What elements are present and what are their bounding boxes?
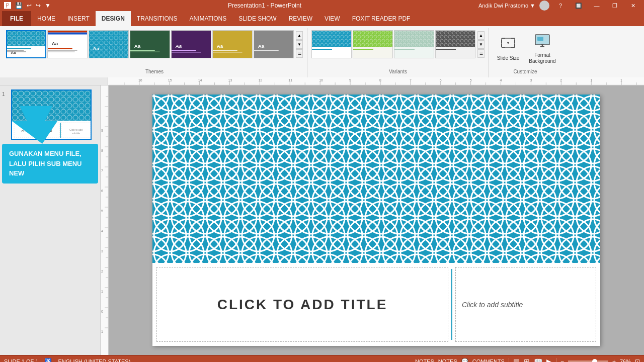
annotation-overlay: GUNAKAN MENU FILE, LALU PILIH SUB MENU N…: [2, 144, 98, 184]
variant-thumb-2[interactable]: [353, 30, 393, 58]
zoom-out-button[interactable]: −: [560, 358, 564, 363]
slide-canvas[interactable]: CLICK TO ADD TITLE Click to add subtitle: [152, 95, 600, 346]
theme-thumb-2[interactable]: Aa: [47, 30, 88, 58]
tab-animations[interactable]: ANIMATIONS: [183, 11, 232, 26]
format-background-button[interactable]: Format Background: [527, 30, 557, 67]
variant-thumb-1[interactable]: [311, 30, 352, 58]
svg-text:3: 3: [530, 78, 532, 82]
theme-thumb-1[interactable]: Aa: [6, 30, 46, 58]
themes-scroll-down[interactable]: ▼: [296, 40, 303, 49]
annotation-arrow: [12, 106, 101, 146]
variants-scroll-up[interactable]: ▲: [477, 31, 485, 40]
fit-button[interactable]: ⊡: [635, 358, 640, 363]
help-button[interactable]: ?: [553, 1, 568, 10]
reading-view-button[interactable]: 📖: [534, 357, 542, 363]
themes-scroll-up[interactable]: ▲: [296, 31, 303, 40]
svg-text:0: 0: [101, 310, 103, 313]
svg-rect-29: [213, 50, 237, 51]
comments-label-text[interactable]: COMMENTS: [472, 358, 505, 363]
quick-access-undo[interactable]: ↩: [27, 2, 32, 9]
svg-rect-41: [353, 31, 393, 47]
notes-label-text[interactable]: NOTES: [438, 358, 457, 363]
title-placeholder[interactable]: CLICK TO ADD TITLE: [156, 267, 448, 342]
svg-rect-13: [48, 50, 77, 51]
tab-slideshow[interactable]: SLIDE SHOW: [232, 11, 282, 26]
quick-access-redo[interactable]: ↪: [36, 2, 41, 9]
svg-rect-14: [48, 52, 75, 52]
svg-text:Aa: Aa: [175, 43, 182, 49]
svg-rect-51: [436, 31, 475, 47]
ribbon-display-button[interactable]: 🔲: [572, 1, 586, 10]
close-button[interactable]: ✕: [626, 1, 640, 10]
theme-thumb-5[interactable]: Aa: [171, 30, 211, 58]
accessibility-icon[interactable]: ♿: [44, 358, 52, 363]
zoom-level[interactable]: 76%: [620, 358, 631, 363]
comments-icon[interactable]: 💬: [461, 358, 468, 362]
svg-text:Aa: Aa: [93, 46, 100, 51]
quick-access-save[interactable]: 💾: [15, 2, 23, 9]
slide-number-1: 1: [2, 89, 9, 97]
theme-thumb-7[interactable]: Aa: [254, 30, 294, 58]
svg-text:▼: ▼: [507, 41, 510, 45]
slide-top-section: [152, 95, 600, 263]
slideshow-button[interactable]: ▶: [546, 357, 552, 363]
svg-text:11: 11: [288, 78, 292, 82]
theme-thumb-3[interactable]: Aa: [89, 30, 129, 58]
normal-view-button[interactable]: ▦: [513, 357, 520, 363]
svg-text:16: 16: [138, 78, 142, 82]
svg-text:4: 4: [101, 229, 103, 233]
tab-foxit[interactable]: FOXIT READER PDF: [346, 11, 417, 26]
tab-review[interactable]: REVIEW: [283, 11, 318, 26]
variants-scroll-down[interactable]: ▼: [477, 40, 485, 49]
svg-text:15: 15: [168, 78, 172, 82]
svg-rect-53: [436, 49, 456, 50]
restore-button[interactable]: ❐: [608, 1, 622, 10]
slide-sorter-button[interactable]: ⊞: [524, 357, 530, 363]
status-bar: SLIDE 1 OF 1 ♿ ENGLISH (UNITED STATES) N…: [0, 355, 644, 362]
svg-text:14: 14: [198, 78, 202, 82]
tab-file[interactable]: FILE: [2, 11, 31, 26]
slide-panel: 1 CLICK TO ADD TITLE Click to add: [0, 85, 101, 355]
subtitle-placeholder-text: Click to add subtitle: [462, 301, 523, 309]
svg-rect-43: [353, 49, 373, 50]
svg-rect-36: [312, 31, 352, 47]
variant-thumb-3[interactable]: [394, 30, 434, 58]
svg-marker-135: [12, 106, 57, 144]
annotation-text-box: GUNAKAN MENU FILE, LALU PILIH SUB MENU N…: [2, 144, 98, 184]
tab-design[interactable]: DESIGN: [96, 11, 131, 26]
svg-text:13: 13: [228, 78, 232, 82]
tab-view[interactable]: VIEW: [318, 11, 346, 26]
ribbon-tabs: FILE HOME INSERT DESIGN TRANSITIONS ANIM…: [0, 11, 644, 26]
quick-access-more[interactable]: ▼: [45, 2, 51, 9]
svg-rect-37: [312, 47, 352, 58]
svg-rect-6: [7, 50, 24, 50]
svg-rect-46: [394, 31, 434, 47]
slide-info: SLIDE 1 OF 1: [4, 358, 38, 363]
svg-rect-70: [109, 77, 644, 85]
svg-text:12: 12: [258, 78, 262, 82]
statusbar-divider: [509, 358, 509, 363]
minimize-button[interactable]: —: [590, 1, 604, 10]
svg-text:5: 5: [470, 78, 472, 82]
themes-scroll-more[interactable]: ☰: [296, 49, 303, 58]
svg-text:8: 8: [101, 149, 103, 152]
variant-thumb-4[interactable]: [435, 30, 475, 58]
notes-button[interactable]: NOTES: [415, 358, 434, 363]
variants-scroll-more[interactable]: ☰: [477, 49, 485, 58]
tab-transitions[interactable]: TRANSITIONS: [131, 11, 184, 26]
svg-text:10: 10: [319, 78, 323, 82]
zoom-in-button[interactable]: +: [612, 358, 616, 363]
zoom-slider[interactable]: [568, 360, 608, 363]
theme-thumb-4[interactable]: Aa: [130, 30, 170, 58]
svg-rect-9: [48, 31, 87, 33]
svg-rect-10: [48, 33, 87, 35]
subtitle-placeholder[interactable]: Click to add subtitle: [455, 267, 596, 342]
svg-rect-30: [213, 52, 243, 53]
tab-home[interactable]: HOME: [31, 11, 61, 26]
window-title: Presentation1 - PowerPoint: [51, 2, 478, 9]
theme-thumb-6[interactable]: Aa: [212, 30, 253, 58]
slide-size-button[interactable]: ▼ Slide Size: [493, 30, 523, 67]
tab-insert[interactable]: INSERT: [61, 11, 96, 26]
slide-pattern-svg: [152, 95, 600, 263]
svg-text:9: 9: [349, 78, 351, 82]
